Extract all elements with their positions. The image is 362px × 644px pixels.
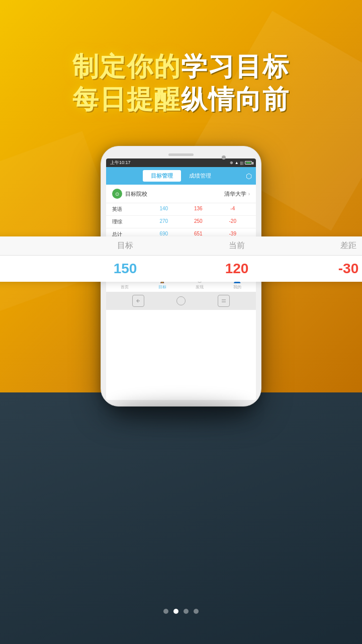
back-button[interactable] <box>132 295 144 307</box>
header-target: 目标 <box>69 240 181 251</box>
school-label: 目标院校 <box>125 190 224 198</box>
diff-cell: -20 <box>216 218 250 225</box>
table-header-row: 科目 目标 当前 差距 <box>0 236 362 256</box>
dot-4[interactable] <box>194 609 199 614</box>
headline-line1-yellow: 制定你的 <box>72 52 181 81</box>
battery-icon <box>245 161 252 165</box>
pagination-dots <box>163 609 199 614</box>
tab-score-management[interactable]: 成绩管理 <box>181 170 219 182</box>
nav-discover-label: 发现 <box>196 284 204 290</box>
alarm-icon: ⊕ <box>230 160 233 165</box>
phone-speaker <box>168 153 194 156</box>
wifi-icon: ▲ <box>235 160 239 165</box>
floating-table: 科目 目标 当前 差距 语文 150 120 -30 <box>0 236 362 282</box>
dot-3[interactable] <box>184 609 189 614</box>
status-time: 上午10:17 <box>110 159 131 166</box>
signal-icon: ||| <box>240 160 243 165</box>
headline-line2: 每日提醒纵情向前 <box>0 83 362 116</box>
status-bar: 上午10:17 ⊕ ▲ ||| <box>106 158 256 167</box>
current-cell: 250 <box>181 218 216 225</box>
table-row: 英语 140 136 -4 <box>106 203 256 216</box>
header-subject: 科目 <box>0 240 69 251</box>
chevron-icon: › <box>248 191 250 197</box>
school-icon: ⊙ <box>112 189 122 199</box>
status-icons: ⊕ ▲ ||| <box>230 160 252 165</box>
table-row: 理综 270 250 -20 <box>106 216 256 228</box>
headline-line2-yellow: 每日提醒 <box>72 85 181 114</box>
nav-mine-label: 我的 <box>233 284 241 290</box>
nav-goal-label: 目标 <box>158 284 166 290</box>
headline-line1: 制定你的学习目标 <box>0 50 362 83</box>
nav-home-label: 首页 <box>121 284 129 290</box>
dot-2[interactable] <box>173 609 178 614</box>
phone-shadow <box>111 401 251 422</box>
current-cell: 136 <box>181 206 216 213</box>
app-header: 目标管理 成绩管理 ⬡ <box>106 167 256 185</box>
target-school-row[interactable]: ⊙ 目标院校 清华大学 › <box>106 185 256 203</box>
phone-top-bar <box>106 152 256 158</box>
phone-camera <box>222 155 226 159</box>
background-bottom <box>0 392 362 644</box>
battery-fill <box>246 162 251 164</box>
header-current: 当前 <box>181 240 293 251</box>
main-subject: 语文 <box>0 261 69 277</box>
subject-cell: 理综 <box>112 218 147 225</box>
diff-cell: -4 <box>216 206 250 213</box>
subject-cell: 英语 <box>112 206 147 213</box>
table-main-row: 语文 150 120 -30 <box>0 256 362 282</box>
target-cell: 140 <box>147 206 182 213</box>
main-target: 150 <box>69 261 181 277</box>
main-diff: -30 <box>293 261 362 277</box>
headline-line2-white: 纵情向前 <box>181 85 290 114</box>
headline: 制定你的学习目标 每日提醒纵情向前 <box>0 50 362 116</box>
tab-goal-management[interactable]: 目标管理 <box>143 170 181 182</box>
headline-line1-white: 学习目标 <box>181 52 290 81</box>
menu-button[interactable] <box>218 295 230 307</box>
header-tabs: 目标管理 成绩管理 <box>143 170 219 182</box>
school-name: 清华大学 <box>224 190 246 198</box>
phone-home-bar <box>106 292 256 310</box>
share-icon[interactable]: ⬡ <box>246 172 252 180</box>
home-button[interactable] <box>176 296 186 305</box>
main-current: 120 <box>181 261 293 277</box>
header-diff: 差距 <box>293 240 362 251</box>
dot-1[interactable] <box>163 609 168 614</box>
score-table: 英语 140 136 -4 理综 270 250 -20 总计 690 <box>106 203 256 241</box>
target-cell: 270 <box>147 218 182 225</box>
